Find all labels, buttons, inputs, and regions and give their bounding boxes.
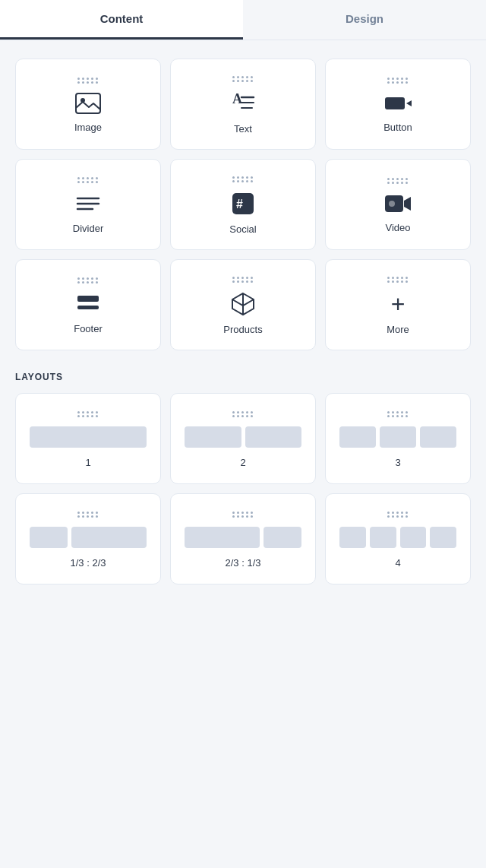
button-icon — [384, 93, 412, 114]
block-social-label: Social — [229, 223, 256, 235]
layout-2-3-label: 2/3 : 1/3 — [226, 557, 261, 569]
svg-rect-15 — [77, 306, 99, 309]
more-icon: + — [391, 292, 406, 316]
tab-content[interactable]: Content — [0, 0, 243, 40]
layout-two-thirds-one-third[interactable]: 2/3 : 1/3 — [170, 493, 316, 584]
layout-2-3-preview — [177, 527, 309, 548]
layout-1-3-label: 1/3 : 2/3 — [71, 557, 106, 569]
block-image-label: Image — [74, 122, 102, 133]
block-more-label: More — [387, 324, 409, 335]
svg-rect-14 — [77, 296, 99, 302]
svg-text:A: A — [232, 91, 242, 106]
layout-1[interactable]: 1 — [15, 393, 161, 484]
divider-icon — [76, 192, 100, 215]
drag-handle-more — [387, 277, 409, 283]
layout-3[interactable]: 3 — [325, 393, 471, 484]
layout-1-label: 1 — [85, 457, 90, 468]
block-text[interactable]: A Text — [170, 59, 316, 150]
layout-3-label: 3 — [395, 457, 400, 468]
svg-rect-6 — [385, 97, 405, 109]
layout-2[interactable]: 2 — [170, 393, 316, 484]
drag-handle-divider — [77, 177, 99, 183]
block-text-label: Text — [234, 123, 252, 135]
video-icon — [384, 193, 412, 214]
image-icon — [75, 93, 101, 114]
block-button[interactable]: Button — [325, 59, 471, 150]
layout-2-label: 2 — [240, 457, 245, 468]
block-products[interactable]: Products — [170, 259, 316, 350]
layouts-section: LAYOUTS 1 — [15, 372, 471, 584]
drag-handle-layout-3 — [387, 411, 409, 417]
layout-2-preview — [177, 426, 309, 448]
tabs-container: Content Design — [0, 0, 486, 40]
drag-handle-products — [232, 277, 254, 283]
content-area: Image A Text — [0, 40, 486, 603]
layout-4-preview — [332, 527, 464, 548]
block-image[interactable]: Image — [15, 59, 161, 150]
layout-1-3-preview — [22, 527, 154, 548]
block-footer[interactable]: Footer — [15, 259, 161, 350]
drag-handle-layout-5 — [232, 512, 254, 518]
block-divider-label: Divider — [73, 223, 103, 234]
layout-one-third-two-thirds[interactable]: 1/3 : 2/3 — [15, 493, 161, 584]
drag-handle-footer — [77, 277, 99, 284]
svg-rect-0 — [76, 93, 100, 113]
block-more[interactable]: + More — [325, 259, 471, 350]
drag-handle-layout-6 — [387, 512, 409, 518]
block-button-label: Button — [383, 122, 412, 133]
social-icon: # — [231, 192, 255, 216]
layout-4[interactable]: 4 — [325, 493, 471, 584]
block-video[interactable]: Video — [325, 159, 471, 250]
drag-handle-button — [387, 78, 409, 84]
block-social[interactable]: # Social — [170, 159, 316, 250]
layout-1-preview — [22, 426, 154, 448]
drag-handle-layout-4 — [77, 512, 99, 518]
svg-text:#: # — [236, 198, 243, 211]
block-divider[interactable]: Divider — [15, 159, 161, 250]
drag-handle-social — [232, 176, 254, 182]
block-video-label: Video — [385, 222, 410, 233]
text-icon: A — [231, 91, 255, 116]
layout-3-preview — [332, 426, 464, 448]
layouts-title: LAYOUTS — [15, 372, 471, 382]
block-footer-label: Footer — [74, 323, 103, 334]
svg-point-13 — [389, 201, 395, 207]
layout-4-label: 4 — [395, 557, 400, 569]
drag-handle-layout-2 — [232, 411, 254, 417]
tab-design[interactable]: Design — [243, 0, 486, 40]
drag-handle-text — [232, 76, 254, 82]
drag-handle-image — [77, 78, 99, 84]
drag-handle-video — [387, 178, 409, 184]
products-icon — [231, 292, 255, 316]
layout-grid: 1 2 — [15, 393, 471, 584]
block-grid: Image A Text — [15, 59, 471, 350]
footer-icon — [76, 293, 100, 315]
block-products-label: Products — [223, 324, 262, 335]
drag-handle-layout-1 — [77, 411, 99, 417]
